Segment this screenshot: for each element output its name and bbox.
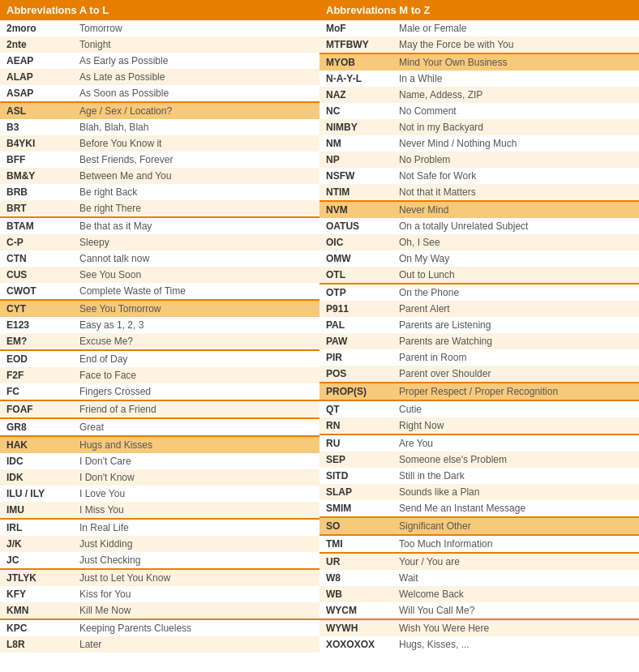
abbreviation-cell: OATUS — [320, 218, 392, 234]
table-row: JCJust Checking — [0, 552, 320, 569]
table-row: NAZName, Addess, ZIP — [320, 87, 639, 103]
abbreviation-cell: KPC — [0, 619, 73, 636]
abbreviation-cell: KMN — [0, 602, 73, 619]
table-row: IMUI Miss You — [0, 502, 320, 519]
abbreviation-cell: CTN — [0, 250, 73, 267]
abbreviation-cell: PIR — [320, 349, 392, 366]
abbreviation-cell: IDK — [0, 469, 73, 486]
meaning-cell: As Early as Possible — [73, 53, 320, 69]
table-row: KMNKill Me Now — [0, 602, 320, 619]
table-row: SLAPSounds like a Plan — [320, 484, 639, 500]
abbreviation-cell: W8 — [320, 570, 392, 586]
abbreviation-cell: POS — [320, 366, 392, 383]
table-row: PIRParent in Room — [320, 349, 639, 366]
meaning-cell: Age / Sex / Location? — [73, 102, 320, 119]
meaning-cell: Face to Face — [73, 367, 320, 383]
meaning-cell: Be right Back — [73, 184, 320, 200]
meaning-cell: No Problem — [392, 152, 639, 168]
abbreviation-cell: SO — [320, 517, 392, 535]
meaning-cell: Parents are Listening — [392, 317, 639, 333]
meaning-cell: Sleepy — [73, 234, 320, 250]
abbreviation-cell: B3 — [0, 119, 73, 135]
table-row: NSFWNot Safe for Work — [320, 168, 639, 184]
abbreviation-cell: ALAP — [0, 69, 73, 85]
abbreviation-cell: PAL — [320, 317, 392, 333]
table-row: OMWOn My Way — [320, 250, 639, 267]
abbreviation-cell: TMI — [320, 535, 392, 553]
table-row: MoFMale or Female — [320, 20, 639, 36]
abbreviation-cell: NP — [320, 152, 392, 168]
meaning-cell: Be right There — [73, 200, 320, 217]
table-row: EM?Excuse Me? — [0, 333, 320, 350]
abbreviation-cell: UR — [320, 553, 392, 570]
meaning-cell: Wish You Were Here — [392, 619, 639, 636]
abbreviation-cell: QT — [320, 400, 392, 417]
table-row: MYOBMind Your Own Business — [320, 54, 639, 71]
abbreviation-cell: 2nte — [0, 36, 73, 53]
meaning-cell: Just to Let You Know — [73, 569, 320, 586]
meaning-cell: Best Friends, Forever — [73, 152, 320, 168]
meaning-cell: No Comment — [392, 103, 639, 119]
abbreviation-cell: BFF — [0, 152, 73, 168]
table-row: EODEnd of Day — [0, 350, 320, 367]
meaning-cell: Someone else's Problem — [392, 452, 639, 468]
abbreviation-cell: IDC — [0, 453, 73, 469]
abbreviation-cell: NSFW — [320, 168, 392, 184]
meaning-cell: Just Kidding — [73, 536, 320, 552]
meaning-cell: See You Tomorrow — [73, 300, 320, 317]
meaning-cell: Sounds like a Plan — [392, 484, 639, 500]
meaning-cell: Send Me an Instant Message — [392, 500, 639, 517]
meaning-cell: As Late as Possible — [73, 69, 320, 85]
meaning-cell: Be that as it May — [73, 217, 320, 234]
table-row: SEPSomeone else's Problem — [320, 452, 639, 468]
table-row: PROP(S)Proper Respect / Proper Recogniti… — [320, 383, 639, 400]
table-row: 2nteTonight — [0, 36, 320, 53]
abbreviation-cell: SMIM — [320, 500, 392, 517]
meaning-cell: Fingers Crossed — [73, 383, 320, 400]
table-row: BRBBe right Back — [0, 184, 320, 200]
table-row: NCNo Comment — [320, 103, 639, 119]
meaning-cell: Never Mind / Nothing Much — [392, 135, 639, 152]
abbreviation-cell: JTLYK — [0, 569, 73, 586]
table-row: HAKHugs and Kisses — [0, 436, 320, 453]
table-row: PALParents are Listening — [320, 317, 639, 333]
meaning-cell: On My Way — [392, 250, 639, 267]
abbreviation-cell: N-A-Y-L — [320, 71, 392, 87]
meaning-cell: Cannot talk now — [73, 250, 320, 267]
abbreviation-cell: J/K — [0, 536, 73, 552]
meaning-cell: Not that it Matters — [392, 184, 639, 201]
meaning-cell: Later — [73, 636, 320, 653]
table-row: RNRight Now — [320, 417, 639, 434]
abbreviation-cell: EM? — [0, 333, 73, 350]
meaning-cell: Name, Addess, ZIP — [392, 87, 639, 103]
table-row: PAWParents are Watching — [320, 333, 639, 349]
meaning-cell: Significant Other — [392, 517, 639, 535]
abbreviation-cell: IMU — [0, 502, 73, 519]
abbreviation-cell: CUS — [0, 267, 73, 283]
abbreviation-cell: RN — [320, 417, 392, 434]
table-row: 2moroTomorrow — [0, 20, 320, 36]
meaning-cell: Before You Know it — [73, 135, 320, 152]
table-row: B4YKIBefore You Know it — [0, 135, 320, 152]
table-row: OATUSOn a totally Unrelated Subject — [320, 218, 639, 234]
right-table: Abbreviations M to Z MoFMale or FemaleMT… — [320, 0, 639, 653]
table-row: NVMNever Mind — [320, 201, 639, 218]
abbreviation-cell: WYWH — [320, 619, 392, 636]
table-row: CYTSee You Tomorrow — [0, 300, 320, 317]
meaning-cell: Still in the Dark — [392, 468, 639, 484]
abbreviation-cell: FOAF — [0, 400, 73, 418]
meaning-cell: Welcome Back — [392, 586, 639, 602]
table-row: P911Parent Alert — [320, 301, 639, 317]
table-row: OTPOn the Phone — [320, 284, 639, 301]
table-row: WYCMWill You Call Me? — [320, 602, 639, 619]
meaning-cell: Cutie — [392, 400, 639, 417]
abbreviation-cell: NM — [320, 135, 392, 152]
meaning-cell: On the Phone — [392, 284, 639, 301]
meaning-cell: Friend of a Friend — [73, 400, 320, 418]
abbreviation-cell: ILU / ILY — [0, 486, 73, 502]
abbreviation-cell: NTIM — [320, 184, 392, 201]
meaning-cell: See You Soon — [73, 267, 320, 283]
meaning-cell: Mind Your Own Business — [392, 54, 639, 71]
abbreviation-cell: BTAM — [0, 217, 73, 234]
table-row: NMNever Mind / Nothing Much — [320, 135, 639, 152]
